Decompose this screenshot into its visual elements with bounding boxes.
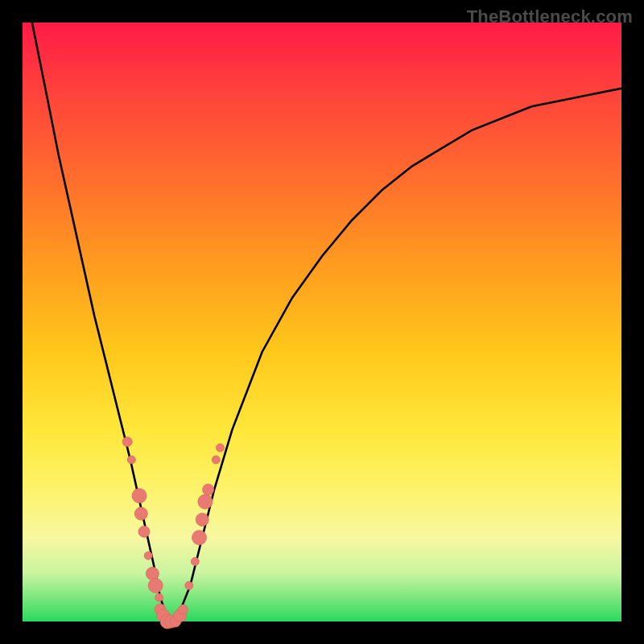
data-marker [146, 568, 159, 580]
data-marker [127, 456, 135, 464]
data-marker [203, 484, 214, 495]
watermark-text: TheBottleneck.com [467, 6, 633, 27]
data-marker [196, 514, 208, 526]
data-marker [122, 437, 132, 447]
data-marker [217, 444, 225, 452]
data-marker [144, 551, 152, 559]
plot-area [23, 23, 621, 621]
data-marker [138, 526, 150, 537]
data-marker [185, 581, 193, 589]
marker-group [122, 437, 224, 629]
curve-group [23, 0, 621, 621]
data-marker [134, 507, 147, 520]
data-marker [198, 494, 213, 509]
data-marker [212, 456, 220, 464]
data-marker [132, 489, 147, 503]
data-marker [155, 593, 163, 601]
data-marker [192, 530, 207, 545]
bottleneck-curve [23, 0, 621, 621]
data-marker [191, 558, 199, 566]
data-marker [148, 578, 163, 592]
chart-frame: TheBottleneck.com [0, 0, 644, 644]
chart-svg [23, 23, 621, 621]
data-marker [178, 605, 188, 614]
